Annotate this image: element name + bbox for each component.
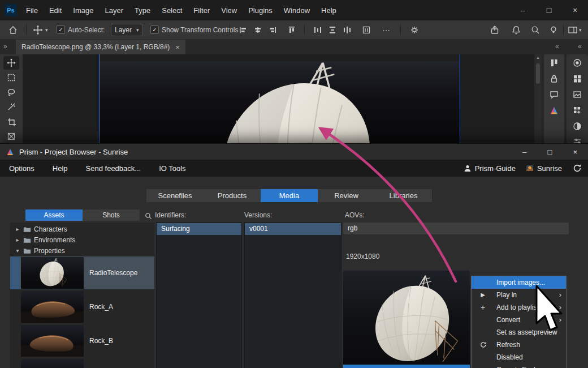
menu-item-add-to-playlist[interactable]: + Add to playlist › [472,301,566,314]
maximize-button[interactable]: □ [536,0,562,20]
aov-row-rgb[interactable]: rgb [343,222,569,234]
menu-item-refresh[interactable]: Refresh [472,339,566,351]
align-left-icon[interactable] [239,20,248,39]
comment-panel-icon[interactable] [548,88,560,101]
tab-media[interactable]: Media [261,189,318,202]
color-panel-icon[interactable] [571,57,583,69]
distribute-horizontal-icon[interactable] [313,20,322,39]
menu-plugins[interactable]: Plugins [243,6,278,15]
document-canvas[interactable] [23,54,534,143]
align-top-icon[interactable] [287,20,296,39]
gradients-panel-icon[interactable] [571,88,583,101]
align-right-icon[interactable] [268,20,277,39]
workspace-gear-icon[interactable] [409,20,420,39]
asset-row-radiotelescope[interactable]: RadioTelescope [10,256,154,289]
distribute-centers-icon[interactable] [343,20,352,39]
chevron-down-icon[interactable]: ▾ [45,20,48,39]
minimize-button[interactable]: – [510,0,536,20]
menu-help[interactable]: Help [315,6,342,15]
asset-row-rock-b[interactable]: Rock_B [10,324,154,357]
menu-help[interactable]: Help [44,164,77,173]
photoshop-app-icon[interactable]: Ps [5,4,17,16]
menu-item-play-in[interactable]: ▶ Play in › [472,289,566,301]
menu-item-import-images[interactable]: Import images... [472,276,566,289]
scroll-up-icon[interactable]: ▲ [534,55,542,59]
show-transform-checkbox[interactable]: ✓ [150,20,159,39]
more-options-icon[interactable]: ··· [382,20,390,39]
tab-libraries[interactable]: Libraries [375,189,433,202]
expander-icon[interactable]: ▾ [15,247,20,254]
tree-folder-characters[interactable]: ▸ Characters [10,224,154,234]
crop-tool[interactable] [3,115,19,129]
menu-select[interactable]: Select [156,6,188,15]
menu-image[interactable]: Image [67,6,99,15]
prism-panel-icon[interactable] [548,104,560,117]
user-menu[interactable]: Prism-Guide [464,164,516,173]
magic-wand-tool[interactable] [3,100,19,114]
preview-timeline-bar[interactable] [343,365,470,368]
tab-assets[interactable]: Assets [25,209,83,221]
asset-row-rock-a[interactable]: Rock_A [10,290,154,323]
adjustments-panel-icon[interactable] [571,120,583,132]
menu-window[interactable]: Window [278,6,315,15]
close-button[interactable]: × [563,144,588,160]
share-icon[interactable] [490,20,500,39]
move-tool-icon[interactable] [33,20,43,39]
search-icon[interactable] [530,20,541,39]
menu-io-tools[interactable]: IO Tools [150,164,194,173]
close-tab-icon[interactable]: × [175,43,180,52]
menu-filter[interactable]: Filter [188,6,215,15]
tree-folder-environments[interactable]: ▸ Environments [10,234,154,245]
media-preview[interactable] [343,271,470,368]
menu-item-open-in-explorer[interactable]: Open in Explorer [472,363,566,368]
panel-layout-icon[interactable] [568,20,578,39]
menu-type[interactable]: Type [129,6,156,15]
menu-options[interactable]: Options [0,164,44,173]
swatches-panel-icon[interactable] [571,72,583,85]
menu-layer[interactable]: Layer [100,6,129,15]
menu-file[interactable]: File [20,6,44,15]
libraries-panel-icon[interactable] [548,57,560,69]
align-center-icon[interactable] [253,20,262,39]
expand-panel-icon[interactable]: » [3,42,7,50]
menu-edit[interactable]: Edit [44,6,67,15]
version-row-v0001[interactable]: v0001 [245,223,341,235]
layer-select-dropdown[interactable]: Layer▾ [111,20,143,39]
tab-scenefiles[interactable]: Scenefiles [146,189,204,202]
close-button[interactable]: × [562,0,588,20]
menu-item-convert[interactable]: Convert › [472,314,566,326]
lock-panel-icon[interactable] [548,72,560,85]
collapse-panel-icon[interactable]: « [578,42,582,50]
expander-icon[interactable]: ▸ [15,226,20,232]
tab-shots[interactable]: Shots [83,209,140,221]
menu-view[interactable]: View [215,6,243,15]
collapse-panel-icon[interactable]: « [555,42,559,50]
marquee-tool[interactable] [3,71,19,84]
properties-panel-icon[interactable] [571,136,583,143]
chevron-down-icon[interactable]: ▾ [579,20,582,39]
expander-icon[interactable]: ▸ [15,237,20,243]
frame-tool[interactable] [3,130,19,143]
project-menu[interactable]: Sunrise [526,164,562,173]
home-icon[interactable] [8,20,18,39]
lasso-tool[interactable] [3,85,19,99]
document-tab[interactable]: RadioTelescope.png @ 33,3% (Layer 1, RGB… [16,40,185,54]
menu-item-disabled[interactable]: Disabled [472,351,566,363]
menu-item-set-as-assetpreview[interactable]: Set as assetpreview [472,326,566,339]
auto-select-checkbox[interactable]: ✓ [57,20,65,39]
patterns-panel-icon[interactable] [571,104,583,117]
tab-review[interactable]: Review [318,189,375,202]
bell-icon[interactable] [511,20,521,39]
discover-icon[interactable] [548,20,559,39]
menu-send-feedback[interactable]: Send feedback... [77,164,150,173]
distribute-vertical-icon[interactable] [328,20,337,39]
tree-folder-properties[interactable]: ▾ Properties [10,245,154,256]
identifier-row-surfacing[interactable]: Surfacing [157,223,241,235]
distribute-spacing-icon[interactable] [362,20,371,39]
minimize-button[interactable]: – [512,144,537,160]
asset-row-partial[interactable] [10,358,154,368]
canvas-scrollbar[interactable]: ▲ [534,54,542,143]
scrollbar-thumb[interactable] [536,63,540,84]
tab-products[interactable]: Products [204,189,261,202]
move-tool[interactable] [3,56,19,70]
